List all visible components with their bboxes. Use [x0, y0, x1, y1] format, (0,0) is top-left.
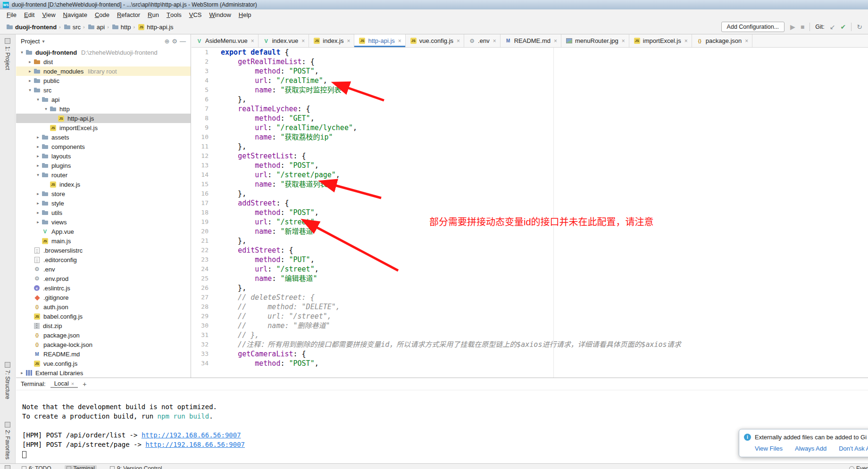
code-line[interactable]: 27 // deleteStreet: { [192, 293, 868, 302]
tree-item-.editorconfig[interactable]: .editorconfig [16, 255, 191, 264]
tree-item-.env[interactable]: ⚙.env [16, 264, 191, 274]
code-line[interactable]: 15 name: "获取巷道列表" [192, 180, 868, 189]
tree-item-App.vue[interactable]: VApp.vue [16, 227, 191, 236]
menu-window[interactable]: Window [206, 9, 235, 20]
tree-item-dist[interactable]: ▸dist [16, 57, 191, 66]
code-line[interactable]: 25 name: "编辑巷道" [192, 274, 868, 283]
collapse-arrow-icon[interactable]: ▾ [35, 173, 41, 177]
tree-item-package.json[interactable]: {}package.json [16, 330, 191, 340]
tool-button-favorites[interactable]: 2: Favorites [4, 422, 11, 460]
tree-item-auth.json[interactable]: {}auth.json [16, 302, 191, 312]
notification-action-always-add[interactable]: Always Add [795, 445, 826, 452]
code-line[interactable]: 16 }, [192, 189, 868, 198]
expand-arrow-icon[interactable]: ▸ [27, 59, 33, 64]
expand-arrow-icon[interactable]: ▸ [35, 201, 41, 206]
run-icon[interactable]: ▶ [790, 24, 795, 30]
code-line[interactable]: 14 url: "/street/page", [192, 170, 868, 180]
menu-navigate[interactable]: Navigate [59, 9, 91, 20]
tab-close-icon[interactable]: × [622, 38, 625, 44]
code-line[interactable]: 26 }, [192, 283, 868, 293]
statusbar-9-version-control[interactable]: 9: Version Control [108, 465, 164, 469]
tab-index.vue[interactable]: Vindex.vue× [259, 34, 309, 47]
tree-item-style[interactable]: ▸style [16, 198, 191, 208]
tree-item-node_modules[interactable]: ▸node_moduleslibrary root [16, 66, 191, 76]
git-update-icon[interactable]: ↙ [830, 24, 835, 30]
collapse-arrow-icon[interactable]: ▾ [35, 97, 41, 102]
expand-arrow-icon[interactable]: ▸ [19, 370, 25, 375]
notification-action-view-files[interactable]: View Files [755, 445, 783, 452]
expand-arrow-icon[interactable]: ▸ [35, 191, 41, 196]
expand-arrow-icon[interactable]: ▸ [35, 154, 41, 158]
code-line[interactable]: 23 method: "PUT", [192, 255, 868, 264]
expand-arrow-icon[interactable]: ▸ [35, 135, 41, 140]
tab-package.json[interactable]: {}package.json× [692, 34, 753, 47]
collapse-arrow-icon[interactable]: ▾ [27, 88, 33, 92]
tree-item-.browserslistrc[interactable]: .browserslistrc [16, 246, 191, 255]
tree-item-.eslintrc.js[interactable]: e.eslintrc.js [16, 283, 191, 293]
project-panel-title[interactable]: Project [21, 38, 40, 45]
code-line[interactable]: 20 name: "新增巷道" [192, 227, 868, 236]
code-line[interactable]: 33 getCameraList: { [192, 349, 868, 359]
tree-item-index.js[interactable]: JSindex.js [16, 180, 191, 189]
expand-arrow-icon[interactable]: ▸ [27, 78, 33, 83]
code-line[interactable]: 30 // name: "删除巷道" [192, 321, 868, 330]
tab-AsideMenu.vue[interactable]: VAsideMenu.vue× [192, 34, 259, 47]
tab-index.js[interactable]: JSindex.js× [309, 34, 354, 47]
breadcrumb-item-http-api.js[interactable]: JShttp-api.js [137, 24, 173, 31]
tree-item-importExcel.js[interactable]: JSimportExcel.js [16, 123, 191, 132]
code-line[interactable]: 3 method: "POST", [192, 66, 868, 76]
stop-icon[interactable]: ■ [801, 24, 804, 30]
terminal-link[interactable]: http://192.168.66.56:9007 [145, 441, 245, 448]
expand-arrow-icon[interactable]: ▸ [35, 220, 41, 224]
code-line[interactable]: 22 editStreet: { [192, 246, 868, 255]
tab-close-icon[interactable]: × [347, 38, 350, 44]
event-log-item[interactable]: Event Log [849, 465, 868, 469]
menu-file[interactable]: File [3, 9, 20, 20]
menu-code[interactable]: Code [91, 9, 113, 20]
tree-item-src[interactable]: ▾src [16, 85, 191, 95]
collapse-arrow-icon[interactable]: ▾ [43, 107, 49, 111]
tree-item-http-api.js[interactable]: JShttp-api.js [16, 114, 191, 123]
tool-button-project[interactable]: 1: Project [4, 38, 11, 70]
code-line[interactable]: 21 }, [192, 236, 868, 246]
tree-item-README.md[interactable]: MREADME.md [16, 349, 191, 359]
breadcrumb-item-api[interactable]: api [87, 23, 105, 31]
hide-panel-icon[interactable]: — [180, 38, 186, 45]
tree-item-vue.config.js[interactable]: JSvue.config.js [16, 359, 191, 368]
expand-arrow-icon[interactable]: ▸ [27, 69, 33, 74]
tree-item-views[interactable]: ▸views [16, 217, 191, 227]
tab-importExcel.js[interactable]: JSimportExcel.js× [629, 34, 692, 47]
git-commit-icon[interactable]: ✔ [841, 24, 846, 30]
tab-http-api.js[interactable]: JShttp-api.js× [354, 34, 405, 47]
tab-close-icon[interactable]: × [398, 38, 401, 44]
statusbar-6-todo[interactable]: 6: TODO [20, 465, 53, 469]
tree-item-package-lock.json[interactable]: {}package-lock.json [16, 340, 191, 349]
menu-vcs[interactable]: VCS [185, 9, 206, 20]
tab-close-icon[interactable]: × [745, 38, 748, 44]
code-line[interactable]: 8 method: "GET", [192, 114, 868, 123]
add-configuration-button[interactable]: Add Configuration... [721, 22, 785, 32]
tab-close-icon[interactable]: × [251, 38, 254, 44]
terminal-tab-Local[interactable]: Local× [50, 380, 78, 388]
expand-arrow-icon[interactable]: ▸ [35, 210, 41, 215]
code-line[interactable]: 7 realTimeLychee: { [192, 104, 868, 114]
new-terminal-button[interactable]: + [79, 380, 90, 388]
tree-item-api[interactable]: ▾api [16, 95, 191, 104]
code-line[interactable]: 11 }, [192, 142, 868, 151]
tree-item-External Libraries[interactable]: ▸External Libraries [16, 368, 191, 378]
tree-item-router[interactable]: ▾router [16, 170, 191, 180]
chevron-down-icon[interactable]: ▾ [42, 39, 44, 44]
tab-close-icon[interactable]: × [554, 38, 557, 44]
tab-.env[interactable]: ⚙.env× [464, 34, 501, 47]
tab-vue.config.js[interactable]: JSvue.config.js× [406, 34, 464, 47]
code-line[interactable]: 34 method: "POST", [192, 359, 868, 368]
code-line[interactable]: 5 name: "获取实时监控列表" [192, 85, 868, 95]
menu-edit[interactable]: Edit [20, 9, 38, 20]
statusbar-terminal[interactable]: Terminal [65, 465, 97, 469]
tree-item-plugins[interactable]: ▸plugins [16, 161, 191, 170]
expand-arrow-icon[interactable]: ▸ [35, 144, 41, 149]
code-line[interactable]: 17 addStreet: { [192, 198, 868, 208]
menu-help[interactable]: Help [235, 9, 255, 20]
code-line[interactable]: 29 // url: "/street", [192, 312, 868, 321]
tool-windows-icon[interactable] [5, 465, 10, 469]
